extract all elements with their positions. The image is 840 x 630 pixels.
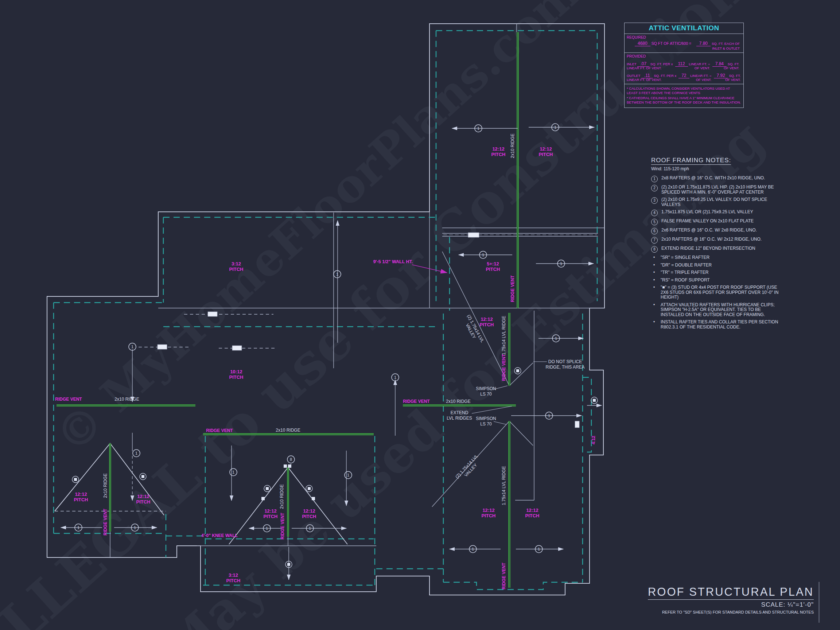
svg-text:1: 1: [336, 272, 338, 276]
plan-label: DO NOT SPLICERIDGE, THIS AREA: [545, 359, 584, 370]
plan-label: 12:12PITCH: [480, 316, 494, 327]
framing-notes-list: 12x8 RAFTERS @ 16" O.C. WITH 2x10 RIDGE,…: [651, 176, 780, 330]
post-icon: [261, 497, 265, 500]
plan-label: EXTENDLVL RIDGES: [447, 410, 472, 421]
plan-label: 12:12PITCH: [136, 494, 151, 505]
roof-support-icon: [264, 485, 270, 492]
framing-notes-title: ROOF FRAMING NOTES:: [651, 157, 731, 165]
plan-label: (2) 1.75x14 LVLVALLEY: [454, 453, 483, 483]
plan-label: 12:12PITCH: [302, 508, 316, 519]
dim-callout-1: 1: [333, 270, 341, 278]
rafter-tag: [232, 346, 242, 351]
framing-note-item: 2(2) 2x10 OR 1.75x11.875 LVL HIP. (2) 2x…: [651, 185, 780, 195]
bullet-icon: •: [651, 285, 657, 300]
plan-label: 2x10 RIDGE: [103, 473, 108, 497]
framing-note-bullet: •"■" = (3) STUD OR 4x4 POST FOR ROOF SUP…: [651, 285, 780, 300]
plan-label: 9'-5 1/2" WALL HT.: [373, 259, 413, 264]
note-number-icon: 7: [651, 237, 658, 243]
wind-speed-note: Wind: 115-120 mph: [651, 166, 780, 171]
plan-label: 2x10 RIDGE: [114, 397, 139, 402]
roof-support-icon: [591, 397, 598, 404]
svg-text:1: 1: [266, 526, 268, 531]
plan-label: SIMPSONLS 70: [476, 416, 496, 426]
bullet-icon: •: [651, 303, 657, 317]
sheet-reference-note: REFER TO "SD" SHEET(S) FOR STANDARD DETA…: [645, 610, 814, 614]
plan-label: 12:12PITCH: [482, 507, 496, 518]
note-number-icon: 1: [651, 176, 658, 182]
dim-callout-8: 8: [287, 456, 295, 463]
bullet-icon: •: [651, 320, 657, 330]
attic-table-title: ATTIC VENTILATION: [625, 23, 744, 34]
plan-label: 1.75x14 LVL RIDGE: [501, 466, 507, 505]
svg-text:1: 1: [482, 253, 484, 257]
plan-label: 2x10 RIDGE: [279, 484, 284, 508]
plan-label: 12:12PITCH: [525, 507, 540, 518]
roof-support-icon: [72, 476, 79, 483]
title-block-divider: [819, 582, 819, 623]
attic-notes-section: * CALCULATIONS SHOWN, CONSIDER VENTILATO…: [625, 84, 744, 107]
plan-label: RIDGE VENT: [55, 397, 82, 402]
wall-marker: [575, 421, 579, 428]
framing-note-bullet: •"DR" = DOUBLE RAFTER: [651, 263, 780, 268]
sheet-scale: SCALE: ¼"=1'-0": [645, 601, 814, 608]
rafter-tag: [158, 344, 167, 349]
plan-label: 2x10 RIDGE: [510, 133, 515, 158]
note-number-icon: 8: [651, 246, 658, 253]
bullet-icon: •: [651, 278, 657, 283]
attic-provided-section: PROVIDED INLET .07 SQ. FT. PER x LINEAR …: [625, 53, 744, 84]
plan-label: 2x10 RIDGE: [446, 399, 470, 404]
svg-text:1: 1: [538, 547, 540, 551]
plan-label: RIDGE VENT: [403, 399, 430, 404]
attic-required-section: REQUIRED 4680 SQ FT OF ATTIC/600 = 7.80 …: [625, 34, 744, 53]
bullet-icon: •: [651, 263, 657, 268]
note-number-icon: 4: [651, 210, 658, 216]
svg-text:1: 1: [560, 261, 562, 266]
plan-label: RIDGE VENT: [501, 562, 507, 589]
sheet-title: ROOF STRUCTURAL PLAN: [648, 586, 814, 600]
svg-text:1: 1: [555, 336, 557, 341]
plan-label: 4'-0" KNEE WALL: [201, 533, 238, 538]
plan-label: 5+:12PITCH: [486, 261, 500, 272]
plan-label: RIDGE VENT: [206, 428, 233, 433]
plan-label: 10:12PITCH: [229, 369, 243, 380]
svg-text:1: 1: [554, 125, 556, 129]
plan-label: RIDGE VENT: [103, 508, 108, 535]
note-number-icon: 5: [651, 219, 658, 225]
svg-text:1: 1: [135, 451, 137, 455]
svg-text:1: 1: [472, 547, 474, 551]
svg-text:1: 1: [309, 526, 311, 531]
svg-text:1: 1: [77, 525, 79, 530]
svg-text:1: 1: [394, 375, 396, 379]
plan-label: 2x10 RIDGE: [276, 428, 300, 433]
svg-text:1: 1: [131, 344, 133, 349]
roof-framing-notes: ROOF FRAMING NOTES: Wind: 115-120 mph 12…: [651, 157, 780, 332]
framing-note-item: 62x6 RAFTERS @ 16" O.C. W/ 2x8 RIDGE, UN…: [651, 228, 780, 234]
bullet-icon: •: [651, 255, 657, 260]
plan-label: 4:12: [591, 436, 596, 444]
post-icon: [288, 464, 291, 468]
framing-note-bullet: •"TR" = TRIPLE RAFTER: [651, 270, 780, 275]
framing-note-item: 8EXTEND RIDGE 12" BEYOND INTERSECTION: [651, 246, 780, 253]
svg-text:1: 1: [232, 470, 234, 474]
plan-label: RIDGE VENT: [280, 513, 285, 540]
plan-label: 12:12PITCH: [74, 491, 88, 502]
plan-label: 12:12PITCH: [491, 146, 506, 157]
roof-structural-plan-sheet: © MyHomeFloorPlans.comILLEGAL to use for…: [0, 0, 840, 630]
roof-support-icon: [306, 485, 313, 492]
framing-note-item: 12x8 RAFTERS @ 16" O.C. WITH 2x10 RIDGE,…: [651, 176, 780, 182]
note-number-icon: 6: [651, 228, 658, 234]
framing-note-item: 5FALSE FRAME VALLEY ON 2x10 FLAT PLATE: [651, 219, 780, 225]
dim-callout-1: 1: [133, 450, 140, 457]
beam-tag: [468, 233, 479, 237]
svg-text:1: 1: [134, 525, 136, 530]
svg-text:1: 1: [347, 473, 349, 477]
rafter-tag: [208, 312, 217, 316]
attic-ventilation-table: ATTIC VENTILATION REQUIRED 4680 SQ FT OF…: [624, 23, 744, 108]
framing-note-item: 41.75x11.875 LVL OR (2)1.75x9.25 LVL VAL…: [651, 210, 780, 216]
framing-note-bullet: •ATTACH VAULTED RAFTERS WITH HURRICANE C…: [651, 303, 780, 317]
framing-note-item: 3(2) 2x10 OR 1.75x9.25 LVL VALLEY. DO NO…: [651, 197, 780, 207]
framing-note-bullet: •INSTALL RAFTER TIES AND COLLAR TIES PER…: [651, 320, 780, 330]
plan-label: 12:12PITCH: [539, 146, 553, 157]
plan-label: 12:12PITCH: [264, 508, 278, 519]
post-icon: [284, 464, 287, 468]
